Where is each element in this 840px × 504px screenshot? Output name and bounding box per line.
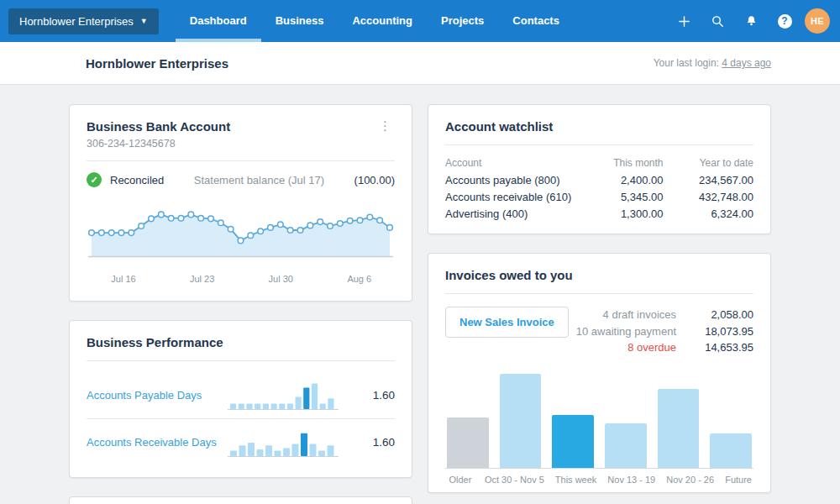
tab-dashboard[interactable]: Dashboard [176, 0, 261, 42]
tab-accounting[interactable]: Accounting [338, 0, 427, 42]
data-point-marker[interactable] [258, 228, 264, 234]
invoice-bar[interactable] [710, 433, 752, 468]
dashboard-grid: Business Bank Account 306-234-12345678 ⋮… [0, 85, 840, 504]
awaiting-payment-line[interactable]: 10 awaiting payment 18,073.95 [576, 323, 753, 340]
bell-icon [744, 14, 759, 29]
nav-actions: ? HE [667, 0, 840, 42]
data-point-marker[interactable] [159, 212, 165, 218]
org-selector[interactable]: Hornblower Enterprises ▼ [8, 8, 159, 34]
avatar[interactable]: HE [805, 8, 830, 34]
mini-bar [255, 403, 260, 408]
check-icon: ✓ [87, 172, 102, 187]
column-header-account: Account [445, 156, 580, 171]
draft-invoices-amount: 2,058.00 [688, 307, 753, 323]
data-point-marker[interactable] [99, 230, 105, 236]
column-header-this-month: This month [580, 156, 663, 171]
table-row[interactable]: Accounts receivable (610) 5,345.00 432,7… [445, 188, 753, 205]
data-point-marker[interactable] [387, 225, 393, 231]
chevron-down-icon: ▼ [140, 17, 148, 25]
data-point-marker[interactable] [287, 228, 293, 234]
last-login-link[interactable]: 4 days ago [722, 57, 771, 69]
mini-bar [257, 449, 264, 456]
this-month-cell: 2,400.00 [580, 171, 663, 188]
mini-bar [271, 403, 277, 408]
tab-projects[interactable]: Projects [427, 0, 498, 42]
new-sales-invoice-button[interactable]: New Sales Invoice [445, 307, 569, 338]
data-point-marker[interactable] [328, 223, 333, 229]
data-point-marker[interactable] [208, 216, 214, 222]
invoice-bar-label: This week [555, 469, 597, 492]
mini-bar [230, 403, 236, 408]
invoice-bar[interactable] [658, 389, 700, 468]
notifications-button[interactable] [734, 0, 768, 42]
mini-bar [301, 433, 307, 455]
draft-invoices-line[interactable]: 4 draft invoices 2,058.00 [576, 307, 753, 323]
reconciled-label: Reconciled [110, 174, 164, 186]
data-point-marker[interactable] [238, 238, 244, 244]
watchlist-header-row: Account This month Year to date [445, 156, 753, 171]
year-to-date-cell: 6,324.00 [664, 205, 754, 222]
help-icon: ? [778, 14, 792, 29]
mini-bar [263, 403, 269, 408]
data-point-marker[interactable] [357, 218, 363, 223]
data-point-marker[interactable] [248, 233, 254, 239]
invoice-bar[interactable] [500, 374, 542, 468]
data-point-marker[interactable] [188, 212, 194, 218]
invoice-bar-label: Future [725, 469, 752, 492]
data-point-marker[interactable] [139, 223, 144, 229]
data-point-marker[interactable] [218, 220, 224, 226]
business-performance-card: Business Performance Accounts Payable Da… [69, 320, 412, 478]
invoice-bar[interactable] [605, 423, 647, 468]
table-row[interactable]: Advertising (400) 1,300.00 6,324.00 [445, 205, 753, 222]
data-point-marker[interactable] [268, 225, 274, 231]
this-month-cell: 5,345.00 [580, 188, 663, 205]
data-point-marker[interactable] [338, 221, 344, 227]
data-point-marker[interactable] [89, 230, 95, 236]
org-selector-label: Hornblower Enterprises [19, 15, 134, 28]
data-point-marker[interactable] [278, 222, 284, 228]
invoice-bar-label: Oct 30 - Nov 5 [485, 469, 544, 492]
account-cell: Advertising (400) [445, 205, 580, 222]
mini-bar [296, 396, 302, 408]
data-point-marker[interactable] [228, 226, 234, 232]
data-point-marker[interactable] [367, 214, 373, 220]
data-point-marker[interactable] [307, 223, 313, 228]
accounts-payable-days-link[interactable]: Accounts Payable Days [87, 389, 228, 402]
invoice-bar[interactable] [552, 415, 594, 468]
invoice-bar[interactable] [447, 417, 489, 468]
data-point-marker[interactable] [108, 230, 114, 236]
add-button[interactable] [667, 0, 701, 42]
data-point-marker[interactable] [198, 215, 204, 221]
invoices-owed-title: Invoices owed to you [445, 268, 753, 282]
search-button[interactable] [701, 0, 734, 42]
accounts-receivable-days-link[interactable]: Accounts Receivable Days [87, 436, 228, 449]
nav-tabs: Dashboard Business Accounting Projects C… [176, 0, 574, 42]
data-point-marker[interactable] [178, 215, 184, 221]
help-button[interactable]: ? [768, 0, 801, 42]
data-point-marker[interactable] [168, 215, 174, 221]
data-point-marker[interactable] [347, 218, 353, 224]
data-point-marker[interactable] [377, 218, 383, 223]
bank-account-number: 306-234-12345678 [87, 138, 230, 150]
mini-bar [239, 403, 244, 408]
data-point-marker[interactable] [297, 228, 303, 234]
account-cell: Accounts payable (800) [445, 171, 580, 188]
invoices-owed-card: Invoices owed to you New Sales Invoice 4… [428, 253, 771, 493]
data-point-marker[interactable] [129, 230, 134, 236]
table-row[interactable]: Accounts payable (800) 2,400.00 234,567.… [445, 171, 753, 188]
balance-sparkline-chart [87, 197, 395, 266]
performance-row-payable: Accounts Payable Days 1.60 [87, 372, 395, 418]
overdue-amount: 14,653.95 [688, 339, 753, 356]
last-login-label: Your last login: [654, 57, 719, 69]
page-title: Hornblower Enterprises [86, 56, 228, 71]
kebab-menu-icon[interactable]: ⋮ [375, 119, 395, 133]
bank-account-title: Business Bank Account [87, 119, 230, 134]
overdue-line[interactable]: 8 overdue 14,653.95 [576, 339, 753, 356]
tab-business[interactable]: Business [261, 0, 339, 42]
year-to-date-cell: 432,748.00 [664, 188, 754, 205]
data-point-marker[interactable] [149, 216, 155, 222]
data-point-marker[interactable] [318, 219, 323, 225]
mini-bar [328, 398, 333, 409]
tab-contacts[interactable]: Contacts [498, 0, 574, 42]
data-point-marker[interactable] [118, 230, 124, 236]
